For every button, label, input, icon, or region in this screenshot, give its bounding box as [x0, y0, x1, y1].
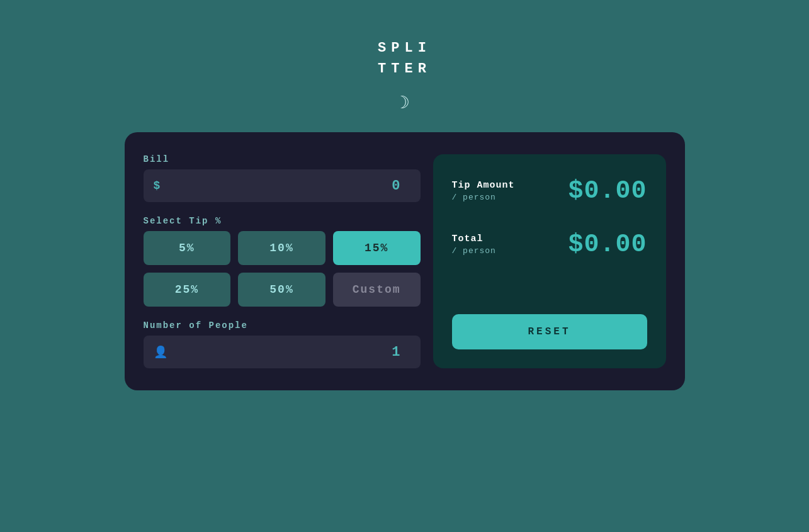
people-input[interactable] — [174, 344, 410, 360]
tip-10-button[interactable]: 10% — [238, 231, 325, 265]
tip-15-button[interactable]: 15% — [333, 231, 421, 265]
tip-custom-button[interactable]: Custom — [333, 273, 421, 307]
tip-grid: 5% 10% 15% 25% 50% Custom — [144, 231, 421, 307]
tip-label: Select Tip % — [144, 216, 421, 226]
people-label: Number of People — [144, 320, 421, 331]
tip-amount-value: $0.00 — [568, 177, 647, 205]
left-panel: Bill $ Select Tip % 5% 10% 15% 25% 50% C… — [144, 154, 421, 368]
tip-amount-title: Tip Amount — [452, 180, 515, 191]
tip-5-button[interactable]: 5% — [144, 231, 231, 265]
tip-25-button[interactable]: 25% — [144, 273, 231, 307]
people-input-wrapper: 👤 — [144, 336, 421, 368]
tip-section: Select Tip % 5% 10% 15% 25% 50% Custom — [144, 216, 421, 307]
total-title: Total — [452, 234, 496, 244]
bill-section: Bill $ — [144, 154, 421, 202]
right-panel: Tip Amount / person $0.00 Total / person… — [433, 154, 666, 368]
spacer — [452, 284, 647, 308]
main-card: Bill $ Select Tip % 5% 10% 15% 25% 50% C… — [125, 132, 685, 390]
tip-amount-sub: / person — [452, 193, 515, 202]
bill-input-wrapper: $ — [144, 169, 421, 202]
results-area: Tip Amount / person $0.00 Total / person… — [452, 177, 647, 284]
total-value: $0.00 — [568, 230, 647, 259]
tip-amount-row: Tip Amount / person $0.00 — [452, 177, 647, 205]
dollar-sign: $ — [154, 179, 161, 192]
bill-label: Bill — [144, 154, 421, 164]
total-row: Total / person $0.00 — [452, 230, 647, 259]
total-sub: / person — [452, 246, 496, 256]
reset-button[interactable]: RESET — [452, 314, 647, 349]
people-section: Number of People 👤 — [144, 320, 421, 368]
tip-amount-label-group: Tip Amount / person — [452, 180, 515, 202]
theme-toggle-button[interactable]: ☽ — [399, 92, 410, 113]
app-title: SPLI TTER — [378, 38, 431, 79]
total-label-group: Total / person — [452, 234, 496, 256]
tip-50-button[interactable]: 50% — [238, 273, 325, 307]
bill-input[interactable] — [166, 178, 410, 194]
person-icon: 👤 — [154, 345, 167, 359]
